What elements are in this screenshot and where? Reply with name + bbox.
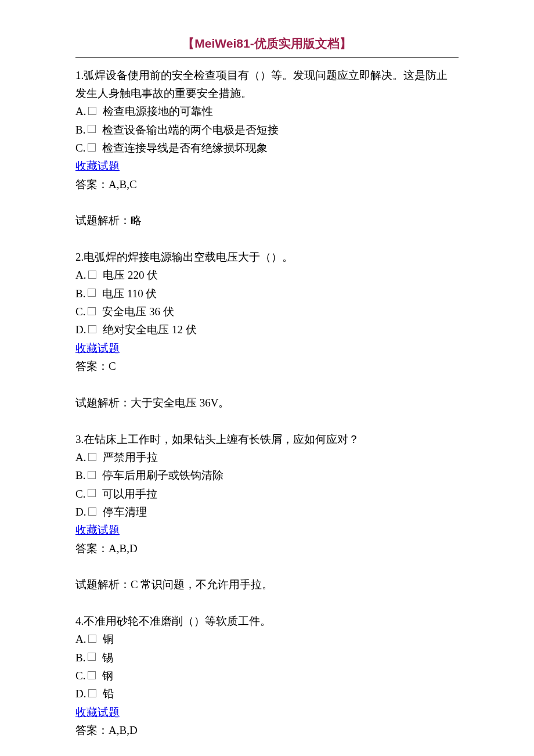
checkbox-icon[interactable]	[88, 671, 96, 679]
checkbox-icon[interactable]	[88, 689, 96, 697]
option-text: 电压 110 伏	[99, 285, 157, 303]
option-row: D. 铅	[75, 685, 459, 703]
option-row: A. 电压 220 伏	[75, 266, 459, 284]
checkbox-icon[interactable]	[88, 143, 96, 152]
option-row: C. 安全电压 36 伏	[75, 303, 459, 321]
option-text: 铜	[100, 630, 114, 648]
answer-value: C	[109, 360, 116, 372]
option-row: A. 严禁用手拉	[75, 448, 459, 466]
option-text: 铅	[100, 685, 114, 703]
answer-value: A,B,D	[109, 724, 138, 736]
checkbox-icon[interactable]	[88, 489, 96, 497]
answer-prefix: 答案：	[75, 542, 109, 555]
spacer	[75, 412, 459, 430]
question-stem: 1.弧焊设备使用前的安全检查项目有（）等。发现问题应立即解决。这是防止发生人身触…	[75, 66, 459, 103]
analysis-value: C 常识问题，不允许用手拉。	[131, 578, 273, 591]
option-letter: D.	[75, 321, 86, 339]
spacer	[75, 739, 459, 756]
option-text: 电压 220 伏	[100, 266, 158, 284]
option-letter: C.	[75, 303, 85, 321]
option-text: 停车清理	[100, 503, 147, 521]
spacer	[75, 193, 459, 211]
analysis-line: 试题解析：C 常识问题，不允许用手拉。	[75, 575, 459, 593]
option-row: B. 停车后用刷子或铁钩清除	[75, 466, 459, 484]
option-row: C. 钢	[75, 667, 459, 685]
question-stem: 2.电弧焊的焊接电源输出空载电压大于（）。	[75, 248, 459, 266]
option-letter: B.	[75, 285, 85, 303]
spacer	[75, 594, 459, 612]
favorite-link[interactable]: 收藏试题	[75, 342, 120, 354]
option-row: B. 检查设备输出端的两个电极是否短接	[75, 121, 459, 139]
checkbox-icon[interactable]	[88, 653, 96, 661]
analysis-prefix: 试题解析：	[75, 214, 131, 226]
analysis-prefix: 试题解析：	[75, 578, 131, 591]
analysis-value: 略	[131, 214, 142, 226]
option-text: 检查设备输出端的两个电极是否短接	[99, 121, 279, 139]
checkbox-icon[interactable]	[88, 635, 96, 643]
option-text: 钢	[99, 667, 113, 685]
spacer	[75, 375, 459, 393]
option-text: 检查电源接地的可靠性	[100, 102, 213, 120]
answer-prefix: 答案：	[75, 724, 109, 736]
option-text: 锡	[99, 649, 113, 667]
option-row: A. 检查电源接地的可靠性	[75, 102, 459, 120]
checkbox-icon[interactable]	[88, 307, 96, 315]
header-rule	[75, 57, 459, 58]
checkbox-icon[interactable]	[88, 453, 96, 461]
checkbox-icon[interactable]	[88, 289, 96, 297]
option-letter: B.	[75, 649, 85, 667]
option-row: C. 检查连接导线是否有绝缘损坏现象	[75, 139, 459, 157]
checkbox-icon[interactable]	[88, 271, 96, 279]
question-stem: 4.不准用砂轮不准磨削（）等软质工件。	[75, 612, 459, 630]
question-stem: 3.在钻床上工作时，如果钻头上缠有长铁屑，应如何应对？	[75, 430, 459, 448]
analysis-value: 大于安全电压 36V。	[131, 397, 229, 409]
favorite-link[interactable]: 收藏试题	[75, 524, 120, 536]
favorite-link[interactable]: 收藏试题	[75, 160, 120, 172]
option-row: D. 停车清理	[75, 503, 459, 521]
option-letter: C.	[75, 485, 85, 503]
answer-line: 答案：A,B,D	[75, 721, 459, 739]
answer-prefix: 答案：	[75, 360, 109, 372]
option-text: 检查连接导线是否有绝缘损坏现象	[99, 139, 268, 157]
option-letter: A.	[75, 448, 86, 466]
option-letter: B.	[75, 466, 85, 484]
option-letter: A.	[75, 102, 86, 120]
option-letter: A.	[75, 266, 86, 284]
spacer	[75, 230, 459, 248]
option-row: B. 锡	[75, 649, 459, 667]
checkbox-icon[interactable]	[88, 325, 96, 333]
option-letter: C.	[75, 139, 85, 157]
analysis-line: 试题解析：略	[75, 211, 459, 229]
analysis-line: 试题解析：大于安全电压 36V。	[75, 394, 459, 412]
option-letter: B.	[75, 121, 85, 139]
option-text: 安全电压 36 伏	[99, 303, 174, 321]
answer-line: 答案：A,B,D	[75, 539, 459, 557]
questions-list: 1.弧焊设备使用前的安全检查项目有（）等。发现问题应立即解决。这是防止发生人身触…	[75, 66, 459, 756]
answer-value: A,B,D	[109, 542, 138, 555]
option-text: 可以用手拉	[99, 485, 157, 503]
answer-line: 答案：C	[75, 357, 459, 375]
option-row: D. 绝对安全电压 12 伏	[75, 321, 459, 339]
answer-prefix: 答案：	[75, 178, 109, 190]
option-letter: D.	[75, 503, 86, 521]
option-text: 严禁用手拉	[100, 448, 158, 466]
answer-line: 答案：A,B,C	[75, 175, 459, 193]
analysis-prefix: 试题解析：	[75, 397, 131, 409]
answer-value: A,B,C	[109, 178, 137, 190]
option-row: A. 铜	[75, 630, 459, 648]
option-letter: C.	[75, 667, 85, 685]
favorite-link[interactable]: 收藏试题	[75, 706, 120, 718]
option-letter: A.	[75, 630, 86, 648]
spacer	[75, 557, 459, 575]
option-text: 停车后用刷子或铁钩清除	[99, 466, 223, 484]
checkbox-icon[interactable]	[88, 125, 96, 133]
checkbox-icon[interactable]	[88, 107, 96, 115]
option-text: 绝对安全电压 12 伏	[100, 321, 196, 339]
page-header: 【MeiWei81-优质实用版文档】	[75, 34, 459, 57]
option-row: B. 电压 110 伏	[75, 285, 459, 303]
page-container: 【MeiWei81-优质实用版文档】 1.弧焊设备使用前的安全检查项目有（）等。…	[0, 0, 534, 756]
checkbox-icon[interactable]	[88, 507, 96, 516]
option-letter: D.	[75, 685, 86, 703]
checkbox-icon[interactable]	[88, 471, 96, 479]
option-row: C. 可以用手拉	[75, 485, 459, 503]
